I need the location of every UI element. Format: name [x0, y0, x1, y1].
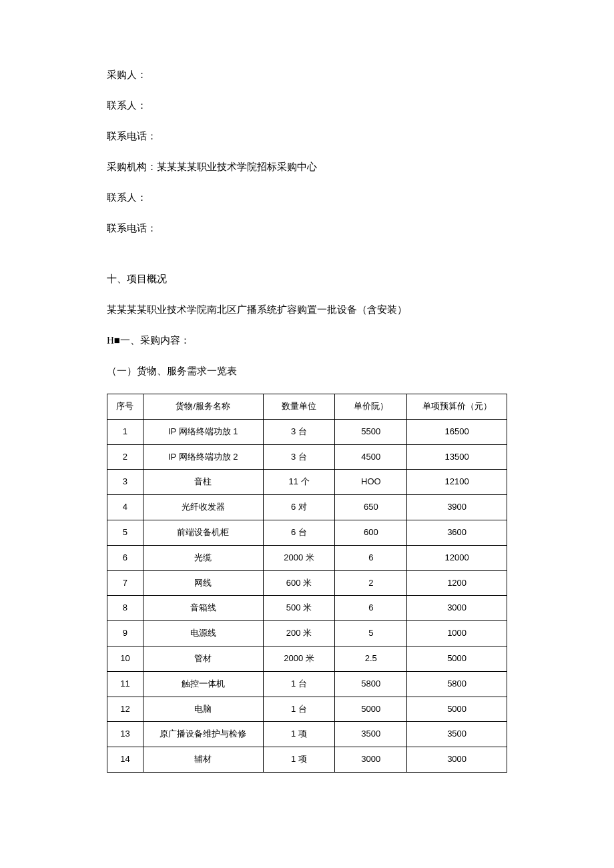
cell-name: 电源线 — [143, 621, 263, 646]
cell-budget: 5000 — [407, 697, 507, 722]
table-row: 5前端设备机柜6 台6003600 — [107, 520, 507, 545]
cell-name: 管材 — [143, 646, 263, 671]
cell-name: 网线 — [143, 570, 263, 596]
cell-seq: 13 — [107, 722, 143, 747]
cell-qty: 600 米 — [263, 570, 335, 596]
header-unit-price: 单价阮） — [335, 394, 407, 420]
cell-seq: 2 — [107, 444, 143, 470]
table-row: 1IP 网络终端功放 13 台550016500 — [107, 419, 507, 444]
header-budget: 单项预算价（元） — [407, 394, 507, 420]
cell-unit_price: HOO — [335, 470, 407, 495]
cell-seq: 5 — [107, 520, 143, 545]
cell-seq: 8 — [107, 596, 143, 621]
cell-name: 音箱线 — [143, 596, 263, 621]
table-row: 13原广播设备维护与检修1 项35003500 — [107, 722, 507, 747]
header-qty: 数量单位 — [263, 394, 335, 420]
cell-name: 辅材 — [143, 747, 263, 773]
project-description: 某某某某职业技术学院南北区广播系统扩容购置一批设备（含安装） — [107, 302, 507, 318]
cell-budget: 3900 — [407, 495, 507, 520]
cell-unit_price: 650 — [335, 495, 407, 520]
cell-budget: 12100 — [407, 470, 507, 495]
cell-unit_price: 4500 — [335, 444, 407, 470]
cell-qty: 6 对 — [263, 495, 335, 520]
cell-qty: 1 台 — [263, 671, 335, 697]
cell-qty: 11 个 — [263, 470, 335, 495]
cell-name: 前端设备机柜 — [143, 520, 263, 545]
cell-unit_price: 6 — [335, 596, 407, 621]
section-10-heading: 十、项目概况 — [107, 271, 507, 287]
table-row: 6光缆2000 米612000 — [107, 545, 507, 570]
cell-name: IP 网络终端功放 2 — [143, 444, 263, 470]
h-section-heading: H■一、采购内容： — [107, 332, 507, 348]
table-row: 4光纤收发器6 对6503900 — [107, 495, 507, 520]
purchaser-field: 采购人： — [107, 67, 507, 83]
cell-name: 光纤收发器 — [143, 495, 263, 520]
cell-unit_price: 2 — [335, 570, 407, 596]
cell-qty: 3 台 — [263, 419, 335, 444]
cell-qty: 2000 米 — [263, 646, 335, 671]
agency-field: 采购机构：某某某某职业技术学院招标采购中心 — [107, 159, 507, 175]
cell-qty: 1 项 — [263, 747, 335, 773]
cell-seq: 4 — [107, 495, 143, 520]
table-row: 9电源线200 米51000 — [107, 621, 507, 646]
header-seq: 序号 — [107, 394, 143, 420]
cell-budget: 13500 — [407, 444, 507, 470]
cell-unit_price: 3000 — [335, 747, 407, 773]
cell-budget: 12000 — [407, 545, 507, 570]
cell-name: 原广播设备维护与检修 — [143, 722, 263, 747]
cell-budget: 3500 — [407, 722, 507, 747]
cell-unit_price: 5500 — [335, 419, 407, 444]
cell-qty: 2000 米 — [263, 545, 335, 570]
cell-name: 光缆 — [143, 545, 263, 570]
cell-qty: 3 台 — [263, 444, 335, 470]
cell-unit_price: 600 — [335, 520, 407, 545]
cell-seq: 12 — [107, 697, 143, 722]
table-intro: （一）货物、服务需求一览表 — [107, 363, 507, 379]
cell-budget: 5800 — [407, 671, 507, 697]
cell-seq: 1 — [107, 419, 143, 444]
cell-unit_price: 2.5 — [335, 646, 407, 671]
phone-field-1: 联系电话： — [107, 128, 507, 144]
cell-seq: 7 — [107, 570, 143, 596]
cell-budget: 3000 — [407, 596, 507, 621]
table-row: 14辅材1 项30003000 — [107, 747, 507, 773]
table-row: 3音柱11 个HOO12100 — [107, 470, 507, 495]
contact-field-2: 联系人： — [107, 189, 507, 205]
phone-field-2: 联系电话： — [107, 220, 507, 236]
table-row: 11触控一体机1 台58005800 — [107, 671, 507, 697]
header-name: 货物/服务名称 — [143, 394, 263, 420]
cell-budget: 3600 — [407, 520, 507, 545]
cell-seq: 3 — [107, 470, 143, 495]
cell-budget: 5000 — [407, 646, 507, 671]
contact-field-1: 联系人： — [107, 97, 507, 113]
cell-seq: 9 — [107, 621, 143, 646]
table-row: 12电脑1 台50005000 — [107, 697, 507, 722]
cell-seq: 14 — [107, 747, 143, 773]
cell-budget: 1200 — [407, 570, 507, 596]
cell-seq: 10 — [107, 646, 143, 671]
cell-unit_price: 3500 — [335, 722, 407, 747]
cell-name: 触控一体机 — [143, 671, 263, 697]
cell-seq: 11 — [107, 671, 143, 697]
cell-qty: 1 台 — [263, 697, 335, 722]
cell-unit_price: 6 — [335, 545, 407, 570]
cell-seq: 6 — [107, 545, 143, 570]
cell-qty: 6 台 — [263, 520, 335, 545]
cell-budget: 1000 — [407, 621, 507, 646]
table-row: 2IP 网络终端功放 23 台450013500 — [107, 444, 507, 470]
goods-services-table: 序号 货物/服务名称 数量单位 单价阮） 单项预算价（元） 1IP 网络终端功放… — [107, 394, 507, 773]
cell-unit_price: 5 — [335, 621, 407, 646]
cell-qty: 1 项 — [263, 722, 335, 747]
cell-name: 电脑 — [143, 697, 263, 722]
cell-qty: 200 米 — [263, 621, 335, 646]
cell-name: 音柱 — [143, 470, 263, 495]
table-row: 8音箱线500 米63000 — [107, 596, 507, 621]
cell-name: IP 网络终端功放 1 — [143, 419, 263, 444]
cell-budget: 16500 — [407, 419, 507, 444]
table-row: 7网线600 米21200 — [107, 570, 507, 596]
cell-unit_price: 5000 — [335, 697, 407, 722]
cell-unit_price: 5800 — [335, 671, 407, 697]
table-header-row: 序号 货物/服务名称 数量单位 单价阮） 单项预算价（元） — [107, 394, 507, 420]
table-row: 10管材2000 米2.55000 — [107, 646, 507, 671]
cell-budget: 3000 — [407, 747, 507, 773]
